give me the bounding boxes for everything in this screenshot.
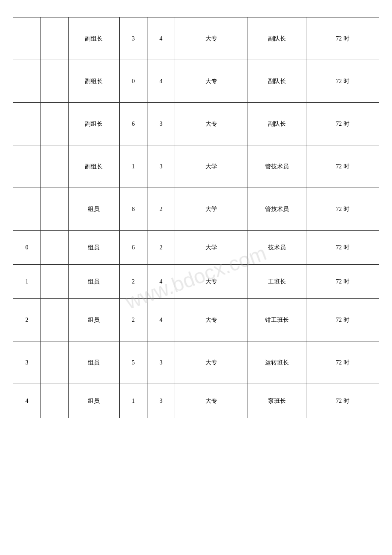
table-cell: 组员 (69, 341, 120, 384)
table-cell: 大专 (175, 384, 248, 418)
table-cell (13, 60, 41, 103)
table-cell: 大专 (175, 265, 248, 299)
table-row: 副组长13大学管技术员72 时 (13, 145, 379, 188)
table-cell (13, 188, 41, 231)
table-cell: 组员 (69, 299, 120, 341)
table-cell: 泵班长 (248, 384, 306, 418)
table-cell: 副组长 (69, 145, 120, 188)
table-cell: 副组长 (69, 103, 120, 145)
table-cell (41, 103, 69, 145)
table-cell (41, 231, 69, 265)
table-cell: 2 (119, 299, 147, 341)
table-cell: 2 (147, 188, 175, 231)
table-cell: 管技术员 (248, 145, 306, 188)
table-cell: 大学 (175, 231, 248, 265)
table-cell (41, 341, 69, 384)
table-cell (13, 103, 41, 145)
table-cell: 5 (119, 341, 147, 384)
table-cell: 工班长 (248, 265, 306, 299)
table-row: 组员82大学管技术员72 时 (13, 188, 379, 231)
table-cell: 3 (147, 145, 175, 188)
table-cell: 4 (147, 60, 175, 103)
table-cell: 组员 (69, 384, 120, 418)
table-cell: 大专 (175, 60, 248, 103)
table-cell: 副队长 (248, 103, 306, 145)
table-cell: 组员 (69, 188, 120, 231)
table-row: 3组员53大专运转班长72 时 (13, 341, 379, 384)
table-cell: 72 时 (306, 341, 379, 384)
table-cell: 72 时 (306, 299, 379, 341)
table-cell: 4 (147, 299, 175, 341)
table-cell: 组员 (69, 265, 120, 299)
table-cell (41, 384, 69, 418)
table-cell: 3 (147, 103, 175, 145)
table-cell: 72 时 (306, 17, 379, 60)
table-cell (41, 17, 69, 60)
table-cell: 72 时 (306, 231, 379, 265)
table-cell: 3 (147, 341, 175, 384)
table-row: 2组员24大专钳工班长72 时 (13, 299, 379, 341)
table-cell: 2 (13, 299, 41, 341)
table-cell: 6 (119, 231, 147, 265)
table-cell: 组员 (69, 231, 120, 265)
table-row: 副组长63大专副队长72 时 (13, 103, 379, 145)
table-cell: 钳工班长 (248, 299, 306, 341)
table-cell: 0 (119, 60, 147, 103)
table-cell (41, 299, 69, 341)
table-cell: 72 时 (306, 60, 379, 103)
table-cell: 6 (119, 103, 147, 145)
table-row: 1组员24大专工班长72 时 (13, 265, 379, 299)
table-cell (13, 145, 41, 188)
table-container: 副组长34大专副队长72 时副组长04大专副队长72 时副组长63大专副队长72… (13, 17, 379, 418)
table-cell: 技术员 (248, 231, 306, 265)
table-row: 4组员13大专泵班长72 时 (13, 384, 379, 418)
table-cell: 0 (13, 231, 41, 265)
table-cell (13, 17, 41, 60)
table-cell: 大专 (175, 17, 248, 60)
table-cell: 72 时 (306, 188, 379, 231)
table-cell: 3 (13, 341, 41, 384)
table-cell: 1 (119, 384, 147, 418)
table-cell: 1 (119, 145, 147, 188)
table-cell (41, 265, 69, 299)
table-cell (41, 145, 69, 188)
table-cell: 副组长 (69, 17, 120, 60)
table-cell: 大学 (175, 188, 248, 231)
table-cell: 大专 (175, 299, 248, 341)
table-cell: 大专 (175, 103, 248, 145)
main-table: 副组长34大专副队长72 时副组长04大专副队长72 时副组长63大专副队长72… (13, 17, 379, 418)
table-cell: 大学 (175, 145, 248, 188)
table-cell: 3 (147, 384, 175, 418)
table-cell: 72 时 (306, 103, 379, 145)
table-cell: 大专 (175, 341, 248, 384)
table-cell: 副队长 (248, 60, 306, 103)
table-cell: 72 时 (306, 384, 379, 418)
table-cell: 2 (147, 231, 175, 265)
table-cell: 1 (13, 265, 41, 299)
table-row: 副组长04大专副队长72 时 (13, 60, 379, 103)
table-cell: 3 (119, 17, 147, 60)
table-cell: 副队长 (248, 17, 306, 60)
table-cell: 4 (147, 17, 175, 60)
table-cell: 2 (119, 265, 147, 299)
table-cell: 72 时 (306, 265, 379, 299)
table-cell: 运转班长 (248, 341, 306, 384)
table-cell: 副组长 (69, 60, 120, 103)
table-cell: 管技术员 (248, 188, 306, 231)
table-cell: 4 (13, 384, 41, 418)
table-row: 0组员62大学技术员72 时 (13, 231, 379, 265)
table-cell: 72 时 (306, 145, 379, 188)
table-cell (41, 60, 69, 103)
table-cell: 8 (119, 188, 147, 231)
table-row: 副组长34大专副队长72 时 (13, 17, 379, 60)
table-cell: 4 (147, 265, 175, 299)
table-cell (41, 188, 69, 231)
